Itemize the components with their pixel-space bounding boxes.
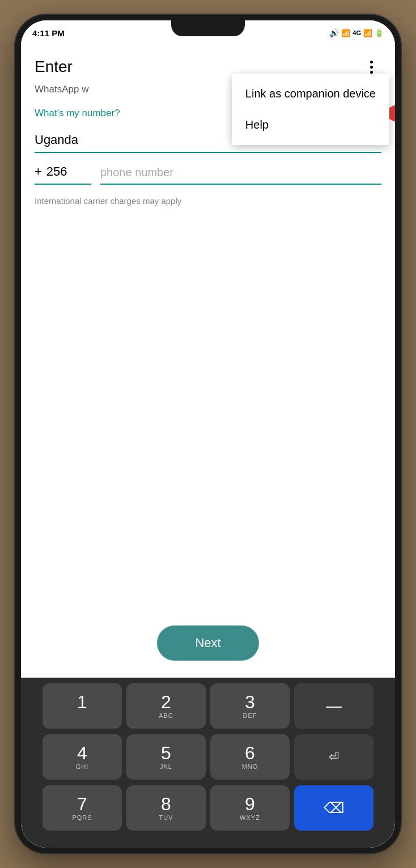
phone-number-placeholder[interactable]: phone number bbox=[100, 166, 173, 178]
key-backspace[interactable]: ⌫ bbox=[294, 785, 373, 831]
app-content: Enter Link as companion device Help bbox=[21, 45, 395, 848]
phone-input-row: + 256 phone number bbox=[35, 164, 381, 185]
key-7[interactable]: 7 PQRS bbox=[43, 785, 122, 831]
key-5[interactable]: 5 JKL bbox=[126, 734, 206, 780]
key-6[interactable]: 6 MNO bbox=[210, 734, 290, 780]
app-body: WhatsApp w What's my number? Uganda + 25… bbox=[21, 83, 395, 678]
carrier-note: International carrier charges may apply bbox=[35, 196, 381, 206]
next-button[interactable]: Next bbox=[157, 626, 259, 661]
status-bar: 4:11 PM 🔊 📶 4G 📶 🔋 bbox=[21, 20, 395, 45]
notch bbox=[171, 20, 245, 36]
key-dash[interactable]: — bbox=[294, 683, 373, 729]
dropdown-menu: Link as companion device Help bbox=[232, 74, 389, 145]
keyboard-row-3: 7 PQRS 8 TUV 9 WXYZ ⌫ bbox=[26, 785, 390, 831]
status-time: 4:11 PM bbox=[32, 28, 65, 38]
keyboard-row-1: 1 2 ABC 3 DEF — bbox=[26, 683, 390, 729]
country-code: 256 bbox=[46, 164, 67, 179]
key-3[interactable]: 3 DEF bbox=[210, 683, 290, 729]
dropdown-item-companion[interactable]: Link as companion device bbox=[232, 78, 389, 109]
battery-icon: 🔋 bbox=[375, 29, 384, 37]
country-code-container: + 256 bbox=[35, 164, 91, 185]
signal-icon-2: 📶 bbox=[363, 29, 372, 37]
phone-number-container[interactable]: phone number bbox=[100, 166, 381, 185]
country-name: Uganda bbox=[35, 133, 78, 147]
keyboard-row-2: 4 GHI 5 JKL 6 MNO ⏎ bbox=[26, 734, 390, 780]
signal-4g-icon: 4G bbox=[353, 29, 361, 36]
key-space[interactable]: ⏎ bbox=[294, 734, 373, 780]
key-9[interactable]: 9 WXYZ bbox=[210, 785, 290, 831]
next-btn-container: Next bbox=[35, 609, 381, 678]
phone-screen: 4:11 PM 🔊 📶 4G 📶 🔋 Enter bbox=[21, 20, 395, 848]
speaker-icon: 🔊 bbox=[329, 28, 339, 37]
numeric-keyboard: 1 2 ABC 3 DEF — bbox=[21, 678, 395, 848]
key-4[interactable]: 4 GHI bbox=[43, 734, 122, 780]
key-2[interactable]: 2 ABC bbox=[126, 683, 206, 729]
key-1[interactable]: 1 bbox=[43, 683, 122, 729]
status-icons: 🔊 📶 4G 📶 🔋 bbox=[329, 28, 384, 37]
plus-sign: + bbox=[35, 164, 42, 179]
backspace-icon: ⌫ bbox=[324, 799, 345, 817]
key-8[interactable]: 8 TUV bbox=[126, 785, 206, 831]
three-dots-icon bbox=[370, 61, 373, 74]
dropdown-item-help[interactable]: Help bbox=[232, 109, 389, 141]
page-title: Enter bbox=[35, 58, 73, 76]
phone-frame: 4:11 PM 🔊 📶 4G 📶 🔋 Enter bbox=[15, 15, 401, 853]
signal-icon: 📶 bbox=[341, 29, 350, 37]
